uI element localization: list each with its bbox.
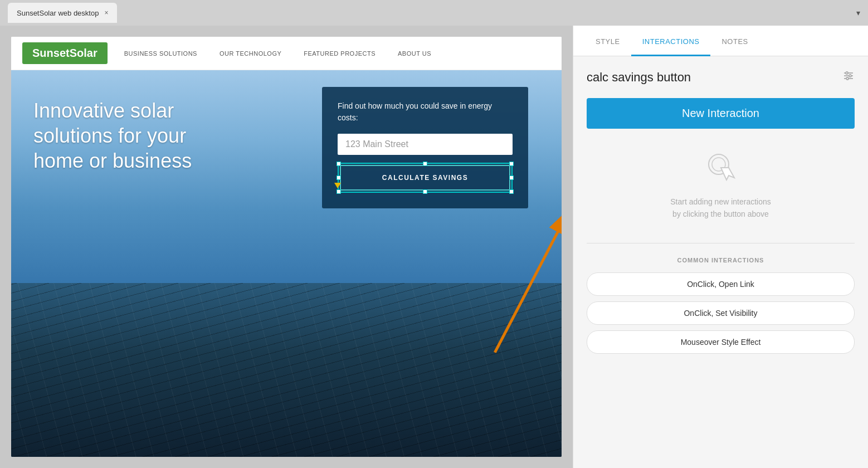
svg-point-7 <box>846 77 849 80</box>
calculator-card: Find out how much you could save in ener… <box>322 87 528 208</box>
element-title-row: calc savings button <box>587 70 855 85</box>
browser-tab[interactable]: SunsetSolar web desktop × <box>8 3 117 23</box>
panel-tabs: STYLE INTERACTIONS NOTES <box>573 26 868 56</box>
interaction-onclick-open-link[interactable]: OnClick, Open Link <box>587 272 855 296</box>
interaction-mouseover-style[interactable]: Mouseover Style Effect <box>587 330 855 354</box>
solar-panels-image <box>11 283 562 457</box>
divider <box>587 243 855 243</box>
hero-headline: Innovative solar solutions for your home… <box>33 98 223 173</box>
yellow-indicator <box>334 183 341 188</box>
dropdown-icon[interactable]: ▾ <box>856 8 860 17</box>
element-title: calc savings button <box>587 70 691 85</box>
site-nav: SunsetSolar BUSINESS SOLUTIONS OUR TECHN… <box>11 37 562 70</box>
website-preview: SunsetSolar BUSINESS SOLUTIONS OUR TECHN… <box>11 37 562 457</box>
tab-close-icon[interactable]: × <box>104 9 108 17</box>
nav-business-solutions[interactable]: BUSINESS SOLUTIONS <box>124 50 197 57</box>
nav-about-us[interactable]: ABOUT US <box>398 50 431 57</box>
calculate-savings-button[interactable]: CALCULATE SAVINGS <box>340 165 510 191</box>
address-input[interactable]: 123 Main Street <box>338 134 513 155</box>
calc-button-wrapper: CALCULATE SAVINGS <box>338 163 513 193</box>
tab-style[interactable]: STYLE <box>584 28 631 56</box>
empty-state-area: Start adding new interactionsby clicking… <box>587 145 855 237</box>
tab-interactions[interactable]: INTERACTIONS <box>631 28 711 56</box>
settings-icon[interactable] <box>842 70 855 85</box>
calculator-title: Find out how much you could save in ener… <box>338 100 513 124</box>
site-logo: SunsetSolar <box>22 42 108 64</box>
common-interactions-label: COMMON INTERACTIONS <box>587 257 855 264</box>
svg-point-6 <box>849 75 851 77</box>
tab-label: SunsetSolar web desktop <box>17 9 99 17</box>
main-layout: SunsetSolar BUSINESS SOLUTIONS OUR TECHN… <box>0 26 868 468</box>
canvas-area: SunsetSolar BUSINESS SOLUTIONS OUR TECHN… <box>0 26 573 468</box>
empty-state-text: Start adding new interactionsby clicking… <box>670 196 771 221</box>
nav-our-technology[interactable]: OUR TECHNOLOGY <box>220 50 281 57</box>
right-panel: STYLE INTERACTIONS NOTES calc savings bu… <box>573 26 868 468</box>
interaction-onclick-set-visibility[interactable]: OnClick, Set Visibility <box>587 301 855 325</box>
click-icon <box>703 151 739 187</box>
nav-links: BUSINESS SOLUTIONS OUR TECHNOLOGY FEATUR… <box>124 50 550 57</box>
svg-point-5 <box>846 72 848 74</box>
tab-notes[interactable]: NOTES <box>710 28 759 56</box>
top-bar: SunsetSolar web desktop × ▾ <box>0 0 868 26</box>
nav-featured-projects[interactable]: FEATURED PROJECTS <box>304 50 376 57</box>
panel-content: calc savings button New Interaction <box>573 56 868 468</box>
new-interaction-button[interactable]: New Interaction <box>587 98 855 129</box>
hero-section: Innovative solar solutions for your home… <box>11 70 562 457</box>
